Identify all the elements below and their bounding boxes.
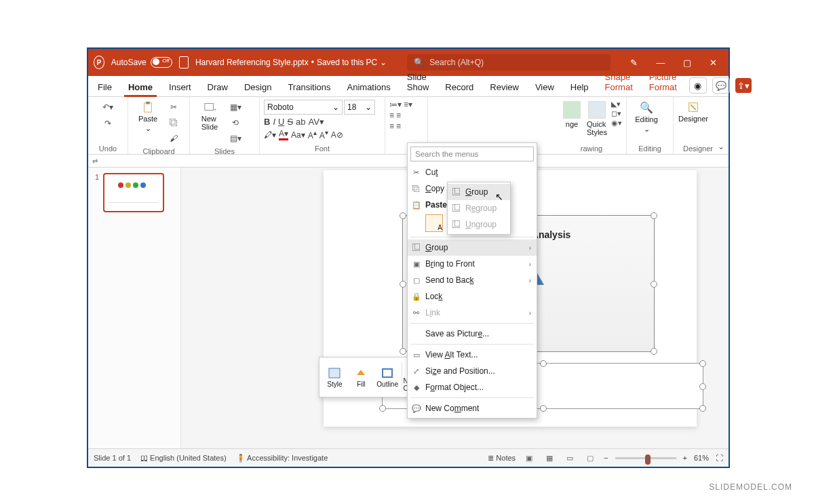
zoom-level[interactable]: 61% — [694, 454, 709, 462]
bold-button[interactable]: B — [264, 117, 270, 127]
designer-button[interactable]: Designer — [678, 100, 709, 124]
normal-view-icon[interactable]: ▣ — [522, 452, 536, 463]
shrink-font-button[interactable]: A▾ — [319, 129, 328, 140]
bullets-button[interactable]: ≔▾ — [389, 100, 402, 109]
new-slide-button[interactable]: ＋ New Slide — [194, 100, 225, 132]
ctx-lock[interactable]: 🔒Lock — [408, 288, 537, 305]
watermark: SLIDEMODEL.COM — [709, 482, 792, 492]
mini-style[interactable]: Style — [322, 360, 347, 395]
menu-review[interactable]: Review — [486, 79, 523, 96]
undo-button[interactable]: ↶▾ — [100, 100, 115, 115]
layout-icon[interactable]: ▦▾ — [228, 100, 243, 115]
close-button[interactable]: ✕ — [703, 53, 723, 72]
editing-button[interactable]: 🔍Editing⌄ — [631, 100, 662, 135]
chevron-down-icon: ⌄ — [380, 58, 387, 67]
menu-help[interactable]: Help — [566, 79, 593, 96]
fit-to-window-icon[interactable]: ⛶ — [716, 454, 723, 462]
ctx-size-position[interactable]: ⤢Size and Position... — [408, 363, 537, 379]
menu-home[interactable]: Home — [124, 79, 157, 96]
redo-button[interactable]: ↷ — [100, 116, 115, 131]
save-icon[interactable] — [179, 56, 189, 69]
shadow-button[interactable]: ab — [296, 117, 305, 127]
menu-transitions[interactable]: Transitions — [284, 79, 334, 96]
arrange-button[interactable]: nge — [561, 100, 583, 130]
reading-view-icon[interactable]: ▭ — [563, 452, 577, 463]
numbering-button[interactable]: ≡▾ — [404, 100, 412, 109]
menu-slideshow[interactable]: Slide Show — [403, 69, 433, 96]
ctx-send-back[interactable]: ▢Send to Back› — [408, 272, 537, 288]
camera-icon[interactable]: ◉ — [689, 77, 707, 94]
file-name[interactable]: Harvard Referencing Style.pptx • Saved t… — [195, 58, 387, 67]
collapse-ribbon-icon[interactable]: ⌄ — [718, 142, 724, 151]
mini-fill[interactable]: Fill — [349, 360, 374, 395]
menu-design[interactable]: Design — [240, 79, 275, 96]
language-status[interactable]: 🕮 English (United States) — [140, 454, 227, 462]
justify-icon[interactable]: ≡ — [396, 121, 401, 131]
search-input[interactable]: 🔍 Search (Alt+Q) — [407, 54, 610, 71]
ctx-group[interactable]: ⿺Group› — [408, 239, 537, 256]
group-slides: Slides — [194, 146, 255, 155]
zoom-out-button[interactable]: − — [604, 454, 608, 462]
section-icon[interactable]: ▤▾ — [228, 131, 243, 146]
ctx-bring-front[interactable]: ▣Bring to Front› — [408, 256, 537, 272]
menu-search-input[interactable]: Search the menus — [410, 147, 534, 161]
menu-draw[interactable]: Draw — [204, 79, 232, 96]
clipboard-icon: 📋 — [411, 200, 421, 210]
group-icon: ⿺ — [451, 187, 461, 197]
grow-font-button[interactable]: A▴ — [308, 129, 317, 140]
slideshow-view-icon[interactable]: ▢ — [583, 452, 597, 463]
group-font: Font — [264, 143, 381, 153]
accessibility-status[interactable]: 🧍 Accessibility: Investigate — [236, 454, 328, 463]
font-size-select[interactable]: 18⌄ — [344, 100, 375, 115]
clear-format-button[interactable]: A⊘ — [331, 130, 343, 140]
menu-shape-format[interactable]: Shape Format — [601, 69, 637, 96]
align-left-icon[interactable]: ≡ — [389, 111, 394, 120]
menu-insert[interactable]: Insert — [165, 79, 195, 96]
font-color-button[interactable]: A▾ — [279, 129, 288, 140]
menu-record[interactable]: Record — [441, 79, 478, 96]
bring-front-icon: ▣ — [411, 259, 421, 269]
shape-outline-button[interactable]: ◻▾ — [611, 109, 622, 118]
shape-fill-button[interactable]: ◣▾ — [611, 100, 622, 109]
quick-styles-button[interactable]: Quick Styles — [585, 100, 608, 138]
ctx-format-object[interactable]: ◆Format Object... — [408, 379, 537, 395]
spacing-button[interactable]: AV▾ — [309, 117, 324, 127]
strike-button[interactable]: S — [287, 117, 293, 127]
ctx-cut[interactable]: ✂Cut — [408, 164, 537, 180]
slide-thumbnail[interactable]: 1 — [103, 173, 164, 212]
ctx-alt-text[interactable]: ▭View Alt Text... — [408, 347, 537, 363]
quick-chevron-icon[interactable]: ⇄ — [92, 157, 98, 165]
comments-icon[interactable]: 💬 — [712, 77, 730, 94]
reset-icon[interactable]: ⟲ — [228, 115, 243, 130]
format-painter-icon[interactable]: 🖌 — [166, 131, 181, 146]
slide-counter[interactable]: Slide 1 of 1 — [94, 454, 131, 462]
menu-file[interactable]: File — [94, 79, 116, 96]
copy-icon[interactable]: ⿻ — [166, 115, 181, 130]
share-button[interactable]: ⇪▾ — [735, 78, 752, 93]
font-name-select[interactable]: Roboto⌄ — [264, 100, 343, 115]
zoom-in-button[interactable]: + — [683, 454, 687, 462]
thumbnail-panel[interactable]: 1 — [88, 168, 181, 448]
italic-button[interactable]: I — [273, 117, 275, 127]
ctx-new-comment[interactable]: 💬New Comment — [408, 400, 537, 416]
notes-button[interactable]: ≣ Notes — [488, 454, 516, 463]
menu-view[interactable]: View — [531, 79, 558, 96]
align-right-icon[interactable]: ≡ — [389, 121, 394, 131]
menu-picture-format[interactable]: Picture Format — [645, 69, 681, 96]
menu-animations[interactable]: Animations — [343, 79, 395, 96]
shape-effects-button[interactable]: ◉▾ — [611, 119, 622, 128]
mini-outline[interactable]: Outline — [375, 360, 400, 395]
highlight-button[interactable]: 🖍▾ — [264, 130, 276, 140]
sorter-view-icon[interactable]: ▦ — [543, 452, 556, 463]
cut-icon[interactable]: ✂ — [166, 100, 181, 115]
autosave-toggle[interactable]: AutoSave Off — [111, 57, 172, 68]
underline-button[interactable]: U — [278, 117, 284, 127]
paste-keep-text-icon[interactable]: A — [425, 214, 443, 232]
align-center-icon[interactable]: ≡ — [396, 111, 401, 120]
ctx-save-picture[interactable]: Save as Picture... — [408, 326, 537, 342]
zoom-slider[interactable] — [615, 457, 676, 459]
change-case-button[interactable]: Aa▾ — [291, 130, 305, 140]
size-icon: ⤢ — [411, 366, 421, 376]
toggle-switch[interactable]: Off — [151, 57, 172, 68]
paste-button[interactable]: Paste⌄ — [132, 100, 163, 134]
